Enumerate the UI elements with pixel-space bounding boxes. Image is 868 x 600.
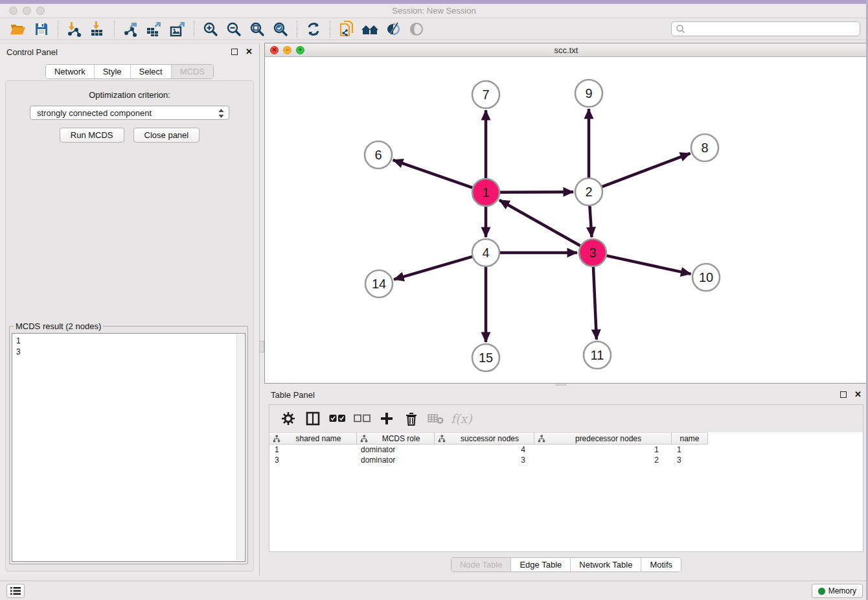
task-history-button[interactable] <box>6 584 25 598</box>
hide-selected-button[interactable] <box>382 19 405 39</box>
open-session-button[interactable] <box>6 19 30 39</box>
tab-motifs[interactable]: Motifs <box>641 558 681 571</box>
graph-node-3-selected[interactable]: 3 <box>579 239 606 266</box>
zoom-selected-button[interactable] <box>269 19 292 39</box>
import-table-button[interactable] <box>86 19 109 39</box>
network-canvas[interactable]: 7968124314101511 <box>265 57 867 383</box>
run-mcds-button[interactable]: Run MCDS <box>60 128 124 143</box>
search-field[interactable] <box>671 21 860 36</box>
column-layout-button[interactable] <box>302 409 324 428</box>
add-column-button[interactable] <box>376 409 398 428</box>
table-cell-name[interactable]: 1 <box>672 444 708 455</box>
deselect-all-columns-button[interactable] <box>351 409 373 428</box>
export-image-button[interactable] <box>166 19 189 39</box>
graph-node-1-selected[interactable]: 1 <box>472 179 499 206</box>
tab-network-table[interactable]: Network Table <box>570 558 641 571</box>
toolbar-separator <box>194 21 194 38</box>
refresh-icon <box>305 21 322 38</box>
export-table-button[interactable] <box>143 19 166 39</box>
graph-node-4[interactable]: 4 <box>472 239 499 266</box>
mcds-result-area[interactable]: 13 <box>12 333 246 562</box>
show-all-button[interactable] <box>405 19 428 39</box>
show-all-icon <box>408 21 425 38</box>
delete-table-button[interactable] <box>425 409 447 428</box>
tab-mcds[interactable]: MCDS <box>171 65 213 78</box>
import-network-button[interactable] <box>63 19 86 39</box>
tab-style[interactable]: Style <box>94 65 130 78</box>
edge-3-1[interactable] <box>499 200 580 246</box>
save-session-button[interactable] <box>30 19 53 39</box>
column-header-predecessor-nodes[interactable]: predecessor nodes <box>534 432 672 444</box>
mcds-result-line: 3 <box>16 347 241 358</box>
edge-3-10[interactable] <box>606 256 691 274</box>
result-scrollbar[interactable] <box>236 334 244 560</box>
refresh-button[interactable] <box>302 19 325 39</box>
export-table-icon <box>146 21 163 38</box>
chevron-updown-icon <box>218 108 225 119</box>
table-cell-MCDS-role[interactable]: dominator <box>357 455 435 465</box>
table-cell-MCDS-role[interactable]: dominator <box>357 444 435 455</box>
column-header-shared-name[interactable]: shared name <box>269 432 357 444</box>
hide-selected-icon <box>385 21 402 38</box>
graph-node-9[interactable]: 9 <box>575 80 602 107</box>
column-header-name[interactable]: name <box>672 432 708 444</box>
graph-node-2[interactable]: 2 <box>575 178 602 205</box>
memory-status-icon <box>818 588 825 595</box>
table-settings-button[interactable] <box>277 409 299 428</box>
column-header-label: successor nodes <box>446 434 534 443</box>
graph-node-6[interactable]: 6 <box>365 141 392 168</box>
column-layout-icon <box>305 411 321 426</box>
select-all-columns-button[interactable] <box>326 409 348 428</box>
table-row[interactable]: 1dominator411 <box>269 444 863 455</box>
app-title: Session: New Session <box>0 6 868 16</box>
table-cell-successor-nodes[interactable]: 3 <box>435 455 534 465</box>
edge-4-14[interactable] <box>394 257 472 279</box>
edge-3-11[interactable] <box>593 267 597 340</box>
delete-column-button[interactable] <box>400 409 422 428</box>
graph-node-10[interactable]: 10 <box>692 264 720 291</box>
memory-button[interactable]: Memory <box>812 584 863 598</box>
zoom-in-button[interactable] <box>199 19 222 39</box>
graph-node-7[interactable]: 7 <box>472 81 499 108</box>
table-row[interactable]: 3dominator323 <box>269 455 863 465</box>
node-label: 2 <box>585 185 592 199</box>
zoom-out-button[interactable] <box>222 19 246 39</box>
node-label: 3 <box>589 246 596 260</box>
float-panel-icon[interactable] <box>231 49 238 55</box>
criterion-dropdown[interactable]: strongly connected component <box>30 106 229 120</box>
delete-table-icon <box>428 412 444 425</box>
float-table-panel-icon[interactable] <box>840 391 847 398</box>
network-from-selection-button[interactable] <box>335 19 358 39</box>
column-header-MCDS-role[interactable]: MCDS role <box>357 432 435 444</box>
edge-1-2[interactable] <box>500 192 573 192</box>
tab-edge-table[interactable]: Edge Table <box>510 558 570 571</box>
table-cell-name[interactable]: 3 <box>672 455 708 465</box>
zoom-fit-icon <box>249 21 266 38</box>
graph-node-15[interactable]: 15 <box>472 344 499 371</box>
graph-node-14[interactable]: 14 <box>365 270 393 297</box>
edge-1-6[interactable] <box>393 160 473 188</box>
tab-node-table[interactable]: Node Table <box>451 558 511 571</box>
export-network-button[interactable] <box>119 19 143 39</box>
column-tree-icon <box>538 435 545 443</box>
graph-node-11[interactable]: 11 <box>584 341 611 369</box>
first-neighbors-button[interactable] <box>358 19 382 39</box>
column-header-successor-nodes[interactable]: successor nodes <box>435 432 534 444</box>
table-cell-predecessor-nodes[interactable]: 1 <box>534 444 672 455</box>
close-panel-button[interactable]: Close panel <box>133 128 200 143</box>
tab-network[interactable]: Network <box>46 65 94 78</box>
edge-2-3[interactable] <box>589 206 591 237</box>
graph-node-8[interactable]: 8 <box>691 134 718 161</box>
table-cell-predecessor-nodes[interactable]: 2 <box>534 455 672 465</box>
table-cell-shared-name[interactable]: 1 <box>269 444 357 455</box>
table-cell-successor-nodes[interactable]: 4 <box>435 444 534 455</box>
vertical-splitter-grip[interactable] <box>259 341 264 352</box>
tab-select[interactable]: Select <box>130 65 171 78</box>
function-builder-button[interactable]: f(x) <box>450 411 472 426</box>
table-cell-shared-name[interactable]: 3 <box>269 455 357 465</box>
close-panel-icon[interactable]: ✕ <box>246 49 253 55</box>
close-table-panel-icon[interactable]: ✕ <box>854 391 862 398</box>
zoom-fit-button[interactable] <box>246 19 269 39</box>
edge-2-8[interactable] <box>602 154 691 187</box>
search-input[interactable] <box>686 22 860 36</box>
